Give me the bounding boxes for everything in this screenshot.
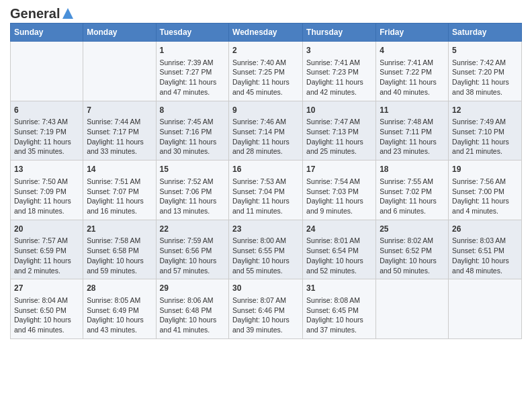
day-number: 12: [452, 105, 518, 116]
day-info: Daylight: 10 hours and 41 minutes.: [160, 315, 226, 334]
day-info: Sunrise: 7:43 AM: [14, 117, 79, 127]
day-info: Daylight: 11 hours and 4 minutes.: [452, 196, 518, 216]
calendar-cell-5-3: 29Sunrise: 8:06 AMSunset: 6:48 PMDayligh…: [156, 279, 229, 339]
calendar-cell-1-4: 2Sunrise: 7:40 AMSunset: 7:25 PMDaylight…: [229, 42, 303, 101]
calendar-cell-2-5: 10Sunrise: 7:47 AMSunset: 7:13 PMDayligh…: [303, 101, 376, 161]
day-info: Sunrise: 8:03 AM: [452, 236, 518, 246]
day-info: Daylight: 10 hours and 48 minutes.: [452, 256, 518, 275]
calendar-cell-4-5: 24Sunrise: 8:01 AMSunset: 6:54 PMDayligh…: [303, 220, 376, 279]
day-number: 23: [232, 224, 299, 235]
day-info: Sunset: 6:59 PM: [14, 246, 79, 256]
day-number: 3: [306, 45, 372, 56]
calendar-cell-5-2: 28Sunrise: 8:05 AMSunset: 6:49 PMDayligh…: [83, 279, 156, 339]
calendar-cell-1-2: [83, 42, 156, 101]
day-info: Sunset: 7:10 PM: [452, 127, 518, 137]
calendar-cell-4-7: 26Sunrise: 8:03 AMSunset: 6:51 PMDayligh…: [449, 220, 522, 279]
calendar-cell-3-4: 16Sunrise: 7:53 AMSunset: 7:04 PMDayligh…: [229, 161, 303, 220]
day-info: Sunrise: 8:01 AM: [306, 236, 372, 246]
day-info: Daylight: 11 hours and 21 minutes.: [452, 137, 518, 156]
day-number: 1: [160, 45, 226, 56]
calendar-cell-4-6: 25Sunrise: 8:02 AMSunset: 6:52 PMDayligh…: [376, 220, 449, 279]
day-number: 26: [452, 224, 518, 235]
day-info: Sunset: 7:19 PM: [14, 127, 79, 137]
day-number: 8: [160, 105, 226, 116]
day-info: Daylight: 10 hours and 52 minutes.: [306, 256, 372, 275]
day-info: Sunset: 6:54 PM: [306, 246, 372, 256]
day-number: 15: [160, 164, 226, 175]
column-header-wednesday: Wednesday: [229, 24, 303, 42]
day-number: 31: [306, 283, 372, 294]
calendar-cell-5-1: 27Sunrise: 8:04 AMSunset: 6:50 PMDayligh…: [11, 279, 83, 339]
day-info: Sunset: 7:07 PM: [87, 187, 152, 197]
day-info: Sunrise: 8:08 AM: [306, 295, 372, 306]
day-info: Daylight: 11 hours and 18 minutes.: [14, 196, 79, 216]
day-info: Sunset: 7:14 PM: [232, 127, 299, 137]
day-info: Sunrise: 7:59 AM: [160, 236, 226, 246]
day-number: 20: [14, 224, 79, 235]
page-header: General: [10, 7, 522, 17]
day-info: Sunrise: 7:56 AM: [452, 177, 518, 187]
calendar-cell-3-5: 17Sunrise: 7:54 AMSunset: 7:03 PMDayligh…: [303, 161, 376, 220]
day-number: 10: [306, 105, 372, 116]
day-info: Sunset: 7:17 PM: [87, 127, 152, 137]
day-info: Sunrise: 7:47 AM: [306, 117, 372, 127]
column-header-friday: Friday: [376, 24, 449, 42]
day-number: 28: [87, 283, 152, 294]
day-info: Sunset: 7:03 PM: [306, 187, 372, 197]
calendar-cell-3-2: 14Sunrise: 7:51 AMSunset: 7:07 PMDayligh…: [83, 161, 156, 220]
day-number: 4: [380, 45, 445, 56]
calendar-cell-3-7: 19Sunrise: 7:56 AMSunset: 7:00 PMDayligh…: [449, 161, 522, 220]
day-number: 30: [232, 283, 299, 294]
calendar-cell-5-4: 30Sunrise: 8:07 AMSunset: 6:46 PMDayligh…: [229, 279, 303, 339]
day-info: Daylight: 11 hours and 9 minutes.: [306, 196, 372, 216]
day-info: Sunrise: 8:02 AM: [380, 236, 445, 246]
day-info: Sunrise: 8:06 AM: [160, 295, 226, 306]
day-info: Sunset: 7:04 PM: [232, 187, 299, 197]
day-info: Sunrise: 7:57 AM: [14, 236, 79, 246]
day-info: Sunset: 7:22 PM: [380, 67, 445, 77]
calendar-cell-2-2: 7Sunrise: 7:44 AMSunset: 7:17 PMDaylight…: [83, 101, 156, 161]
logo-general: General: [10, 7, 60, 20]
day-info: Daylight: 11 hours and 47 minutes.: [160, 77, 226, 97]
day-info: Sunrise: 7:48 AM: [380, 117, 445, 127]
day-number: 9: [232, 105, 299, 116]
day-info: Sunrise: 7:55 AM: [380, 177, 445, 187]
calendar-header: SundayMondayTuesdayWednesdayThursdayFrid…: [11, 24, 522, 42]
day-number: 14: [87, 164, 152, 175]
day-info: Sunset: 6:46 PM: [232, 306, 299, 316]
day-info: Daylight: 11 hours and 35 minutes.: [14, 137, 79, 156]
calendar-cell-4-4: 23Sunrise: 8:00 AMSunset: 6:55 PMDayligh…: [229, 220, 303, 279]
day-info: Daylight: 10 hours and 46 minutes.: [14, 315, 79, 334]
calendar-week-4: 20Sunrise: 7:57 AMSunset: 6:59 PMDayligh…: [11, 220, 522, 279]
day-info: Sunset: 7:13 PM: [306, 127, 372, 137]
day-info: Sunset: 6:55 PM: [232, 246, 299, 256]
day-info: Daylight: 11 hours and 38 minutes.: [452, 77, 518, 97]
calendar-cell-3-6: 18Sunrise: 7:55 AMSunset: 7:02 PMDayligh…: [376, 161, 449, 220]
calendar-cell-3-3: 15Sunrise: 7:52 AMSunset: 7:06 PMDayligh…: [156, 161, 229, 220]
day-info: Daylight: 10 hours and 43 minutes.: [87, 315, 152, 334]
day-info: Daylight: 11 hours and 40 minutes.: [380, 77, 445, 97]
day-number: 7: [87, 105, 152, 116]
day-info: Sunrise: 7:58 AM: [87, 236, 152, 246]
day-number: 21: [87, 224, 152, 235]
day-info: Sunrise: 7:51 AM: [87, 177, 152, 187]
day-info: Sunrise: 8:00 AM: [232, 236, 299, 246]
day-info: Sunrise: 7:41 AM: [380, 58, 445, 68]
day-info: Sunrise: 7:39 AM: [160, 58, 226, 68]
calendar-cell-5-7: [449, 279, 522, 339]
calendar-cell-1-6: 4Sunrise: 7:41 AMSunset: 7:22 PMDaylight…: [376, 42, 449, 101]
calendar-cell-2-1: 6Sunrise: 7:43 AMSunset: 7:19 PMDaylight…: [11, 101, 83, 161]
day-info: Sunset: 6:51 PM: [452, 246, 518, 256]
day-info: Sunset: 6:45 PM: [306, 306, 372, 316]
day-info: Sunset: 6:48 PM: [160, 306, 226, 316]
day-info: Daylight: 11 hours and 45 minutes.: [232, 77, 299, 97]
day-number: 2: [232, 45, 299, 56]
day-info: Sunrise: 8:05 AM: [87, 295, 152, 306]
day-info: Sunrise: 7:50 AM: [14, 177, 79, 187]
logo-icon: [61, 7, 75, 20]
day-info: Sunset: 7:27 PM: [160, 67, 226, 77]
day-info: Daylight: 11 hours and 13 minutes.: [160, 196, 226, 216]
day-info: Sunset: 6:52 PM: [380, 246, 445, 256]
calendar-cell-1-7: 5Sunrise: 7:42 AMSunset: 7:20 PMDaylight…: [449, 42, 522, 101]
day-number: 17: [306, 164, 372, 175]
